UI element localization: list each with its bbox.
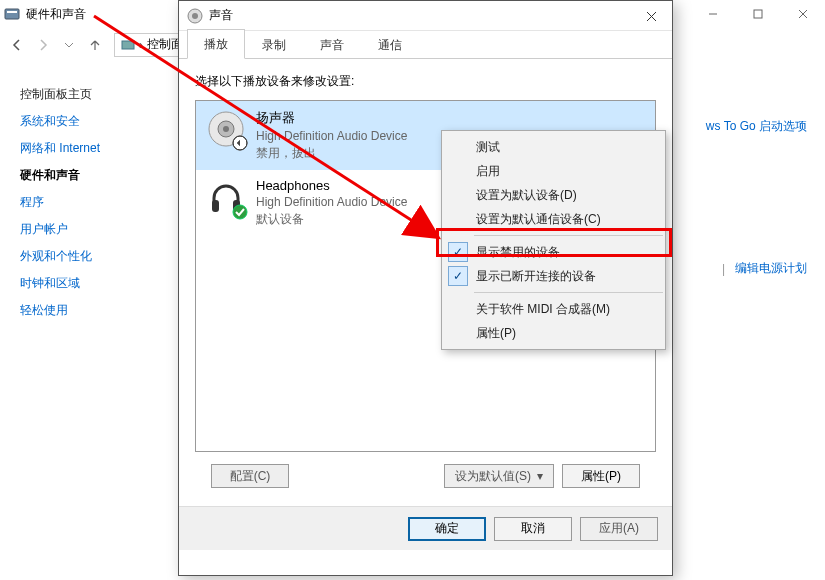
tab-playback[interactable]: 播放 bbox=[187, 29, 245, 59]
dlg-footer: 确定 取消 应用(A) bbox=[179, 506, 672, 550]
sidebar-item-appearance[interactable]: 外观和个性化 bbox=[20, 248, 150, 265]
breadcrumb-icon bbox=[121, 38, 135, 52]
ctx-set-default[interactable]: 设置为默认设备(D) bbox=[442, 183, 665, 207]
nav-back-button[interactable] bbox=[6, 34, 28, 56]
sidebar-item-system[interactable]: 系统和安全 bbox=[20, 113, 150, 130]
set-default-button[interactable]: 设为默认值(S) ▾ bbox=[444, 464, 554, 488]
svg-point-13 bbox=[223, 126, 229, 132]
sidebar-item-hardware-sound[interactable]: 硬件和声音 bbox=[20, 167, 150, 184]
sidebar-item-ease-of-access[interactable]: 轻松使用 bbox=[20, 302, 150, 319]
sidebar: 控制面板主页 系统和安全 网络和 Internet 硬件和声音 程序 用户帐户 … bbox=[0, 70, 150, 329]
dlg-titlebar: 声音 bbox=[179, 1, 672, 31]
svg-rect-1 bbox=[7, 11, 17, 13]
tab-communications[interactable]: 通信 bbox=[361, 30, 419, 59]
headphones-device-icon bbox=[206, 178, 246, 218]
ctx-about-midi[interactable]: 关于软件 MIDI 合成器(M) bbox=[442, 297, 665, 321]
sidebar-heading[interactable]: 控制面板主页 bbox=[20, 86, 150, 103]
ctx-show-disconnected-label: 显示已断开连接的设备 bbox=[476, 268, 596, 285]
tab-sounds[interactable]: 声音 bbox=[303, 30, 361, 59]
check-icon: ✓ bbox=[448, 266, 468, 286]
bg-minimize-button[interactable] bbox=[690, 0, 735, 28]
highlight-box bbox=[436, 228, 672, 257]
ctx-show-disconnected[interactable]: ✓ 显示已断开连接的设备 bbox=[442, 264, 665, 288]
ctx-properties[interactable]: 属性(P) bbox=[442, 321, 665, 345]
link-wintogo[interactable]: ws To Go 启动选项 bbox=[706, 118, 807, 135]
breadcrumb-sep: › bbox=[139, 38, 143, 52]
speaker-icon bbox=[187, 8, 203, 24]
device-desc: High Definition Audio Device bbox=[256, 195, 407, 209]
instruction-text: 选择以下播放设备来修改设置: bbox=[195, 73, 656, 90]
nav-forward-button[interactable] bbox=[32, 34, 54, 56]
nav-up-button[interactable] bbox=[84, 34, 106, 56]
tab-recording[interactable]: 录制 bbox=[245, 30, 303, 59]
chevron-down-icon: ▾ bbox=[537, 469, 543, 483]
device-status: 默认设备 bbox=[256, 211, 407, 228]
bg-title: 硬件和声音 bbox=[26, 6, 86, 23]
svg-point-18 bbox=[233, 205, 247, 219]
svg-rect-0 bbox=[5, 9, 19, 19]
device-name: 扬声器 bbox=[256, 109, 407, 127]
cancel-button[interactable]: 取消 bbox=[494, 517, 572, 541]
dlg-close-button[interactable] bbox=[630, 1, 672, 31]
bg-close-button[interactable] bbox=[780, 0, 825, 28]
svg-rect-3 bbox=[754, 10, 762, 18]
ctx-separator bbox=[474, 292, 663, 293]
set-default-label: 设为默认值(S) bbox=[455, 468, 531, 485]
sidebar-item-programs[interactable]: 程序 bbox=[20, 194, 150, 211]
nav-recent-button[interactable] bbox=[58, 34, 80, 56]
properties-button[interactable]: 属性(P) bbox=[562, 464, 640, 488]
ctx-enable[interactable]: 启用 bbox=[442, 159, 665, 183]
device-name: Headphones bbox=[256, 178, 407, 193]
speaker-device-icon bbox=[206, 109, 246, 149]
svg-point-8 bbox=[192, 13, 198, 19]
link-power-plan[interactable]: 编辑电源计划 bbox=[735, 260, 807, 277]
apply-button[interactable]: 应用(A) bbox=[580, 517, 658, 541]
link-sep: | bbox=[722, 262, 725, 276]
ok-button[interactable]: 确定 bbox=[408, 517, 486, 541]
sidebar-item-clock-region[interactable]: 时钟和区域 bbox=[20, 275, 150, 292]
sidebar-item-user-accounts[interactable]: 用户帐户 bbox=[20, 221, 150, 238]
sidebar-item-network[interactable]: 网络和 Internet bbox=[20, 140, 150, 157]
right-links: ws To Go 启动选项 | 编辑电源计划 bbox=[706, 118, 807, 143]
bg-maximize-button[interactable] bbox=[735, 0, 780, 28]
control-panel-icon bbox=[4, 6, 20, 22]
dlg-tabstrip: 播放 录制 声音 通信 bbox=[179, 31, 672, 59]
configure-button[interactable]: 配置(C) bbox=[211, 464, 289, 488]
device-desc: High Definition Audio Device bbox=[256, 129, 407, 143]
svg-rect-6 bbox=[122, 41, 134, 49]
ctx-test[interactable]: 测试 bbox=[442, 135, 665, 159]
svg-rect-16 bbox=[212, 200, 219, 212]
device-status: 禁用，拔出 bbox=[256, 145, 407, 162]
dlg-title: 声音 bbox=[209, 7, 233, 24]
